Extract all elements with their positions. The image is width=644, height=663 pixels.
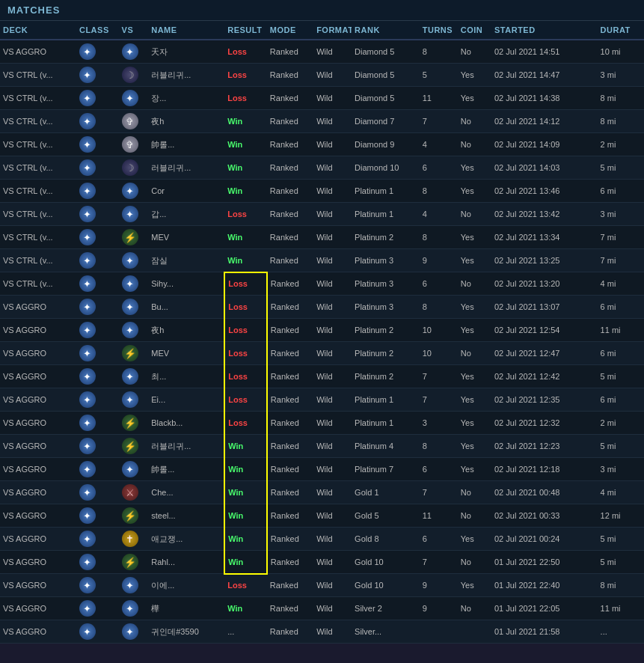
cell-started: 02 Jul 2021 12:54 [491, 319, 598, 342]
cell-durat: 6 mi [598, 180, 644, 203]
cell-class: ✦ [76, 156, 119, 180]
cell-result: Win [224, 435, 267, 458]
col-header-started[interactable]: STARTED [491, 21, 598, 40]
cell-class: ✦ [76, 504, 119, 528]
cell-durat: 2 mi [598, 133, 644, 156]
cell-vs: ✝ [119, 528, 149, 551]
cell-mode: Ranked [267, 412, 313, 435]
cell-class: ✦ [76, 597, 119, 620]
table-row[interactable]: VS AGGRO✦⚡MEVLossRankedWildPlatinum 210N… [0, 342, 644, 365]
cell-name: 이에... [148, 574, 224, 597]
cell-durat: 5 mi [598, 365, 644, 388]
cell-started: 02 Jul 2021 12:23 [491, 435, 598, 458]
col-header-rank[interactable]: RANK [352, 21, 420, 40]
col-header-class[interactable]: CLASS [76, 21, 119, 40]
cell-name: 夜h [148, 110, 224, 133]
table-row[interactable]: VS AGGRO✦✝애교쟁...WinRankedWildGold 86Yes0… [0, 528, 644, 551]
mage-icon: ✦ [79, 623, 96, 640]
table-row[interactable]: VS CTRL (v...✦✦장...LossRankedWildDiamond… [0, 87, 644, 110]
col-header-mode[interactable]: MODE [267, 21, 313, 40]
cell-rank: Platinum 1 [352, 180, 420, 203]
table-row[interactable]: VS AGGRO✦✦天자LossRankedWildDiamond 58No02… [0, 40, 644, 64]
cell-deck: VS AGGRO [0, 40, 76, 64]
table-row[interactable]: VS AGGRO✦✦樺WinRankedWildSilver 29No01 Ju… [0, 597, 644, 620]
cell-result: Loss [224, 64, 267, 87]
cell-turns: 9 [420, 574, 458, 597]
cell-result: Win [224, 133, 267, 156]
cell-mode: Ranked [267, 87, 313, 110]
cell-rank: Platinum 4 [352, 435, 420, 458]
cell-mode: Ranked [267, 435, 313, 458]
cell-name: 러블리귀... [148, 435, 224, 458]
cell-format: Wild [313, 435, 352, 458]
cell-rank: Diamond 5 [352, 40, 420, 64]
table-row[interactable]: VS CTRL (v...✦✦CorWinRankedWildPlatinum … [0, 180, 644, 203]
table-row[interactable]: VS CTRL (v...✦✞帥롤...WinRankedWildDiamond… [0, 133, 644, 156]
mage-icon: ✦ [79, 299, 96, 315]
col-header-vs[interactable]: VS [119, 21, 149, 40]
table-row[interactable]: VS AGGRO✦✦Ei...LossRankedWildPlatinum 17… [0, 388, 644, 412]
cell-class: ✦ [76, 87, 119, 110]
table-row[interactable]: VS AGGRO✦✦帥롤...WinRankedWildPlatinum 76Y… [0, 458, 644, 481]
table-row[interactable]: VS AGGRO✦✦귀인데#3590...RankedWildSilver...… [0, 620, 644, 644]
table-row[interactable]: VS CTRL (v...✦✦갑...LossRankedWildPlatinu… [0, 203, 644, 226]
table-row[interactable]: VS CTRL (v...✦☽러블리귀...LossRankedWildDiam… [0, 64, 644, 87]
cell-vs: ✦ [119, 458, 149, 481]
table-row[interactable]: VS AGGRO✦⚡steel...WinRankedWildGold 511N… [0, 504, 644, 528]
cell-format: Wild [313, 133, 352, 156]
cell-vs: ✦ [119, 272, 149, 296]
cell-mode: Ranked [267, 296, 313, 319]
col-header-name[interactable]: NAME [148, 21, 224, 40]
demonhunter-icon: ⚡ [122, 345, 138, 361]
mage-icon: ✦ [79, 577, 96, 593]
col-header-format[interactable]: FORMAT [313, 21, 352, 40]
cell-result: Loss [224, 342, 267, 365]
table-row[interactable]: VS CTRL (v...✦☽러블리귀...WinRankedWildDiamo… [0, 156, 644, 180]
col-header-result[interactable]: RESULT [224, 21, 267, 40]
table-row[interactable]: VS AGGRO✦⚡Rahl...WinRankedWildGold 107No… [0, 551, 644, 574]
table-row[interactable]: VS CTRL (v...✦✞夜hWinRankedWildDiamond 77… [0, 110, 644, 133]
cell-name: 夜h [148, 319, 224, 342]
cell-turns: 9 [420, 597, 458, 620]
cell-durat: 5 mi [598, 156, 644, 180]
cell-deck: VS AGGRO [0, 342, 76, 365]
col-header-deck[interactable]: DECK [0, 21, 76, 40]
cell-class: ✦ [76, 620, 119, 644]
cell-format: Wild [313, 481, 352, 504]
table-row[interactable]: VS AGGRO✦✦夜hLossRankedWildPlatinum 210Ye… [0, 319, 644, 342]
matches-table-container[interactable]: DECK CLASS VS NAME RESULT MODE FORMAT RA… [0, 21, 644, 644]
table-row[interactable]: VS CTRL (v...✦✦잠실WinRankedWildPlatinum 3… [0, 249, 644, 272]
demonhunter-icon: ⚡ [122, 507, 138, 524]
cell-coin: Yes [458, 458, 491, 481]
cell-turns: 4 [420, 133, 458, 156]
cell-class: ✦ [76, 435, 119, 458]
col-header-durat[interactable]: DURAT [598, 21, 644, 40]
cell-format: Wild [313, 64, 352, 87]
cell-durat: 3 mi [598, 458, 644, 481]
cell-class: ✦ [76, 249, 119, 272]
cell-format: Wild [313, 365, 352, 388]
table-row[interactable]: VS AGGRO✦⚡Blackb...LossRankedWildPlatinu… [0, 412, 644, 435]
cell-started: 02 Jul 2021 14:12 [491, 110, 598, 133]
table-row[interactable]: VS AGGRO✦✦Bu...LossRankedWildPlatinum 38… [0, 296, 644, 319]
table-row[interactable]: VS AGGRO✦✦이에...LossRankedWildGold 109Yes… [0, 574, 644, 597]
table-row[interactable]: VS AGGRO✦✦최...LossRankedWildPlatinum 27Y… [0, 365, 644, 388]
mage-icon: ✦ [79, 252, 96, 269]
cell-rank: Platinum 2 [352, 365, 420, 388]
cell-deck: VS AGGRO [0, 481, 76, 504]
table-row[interactable]: VS AGGRO✦⚡러블리귀...WinRankedWildPlatinum 4… [0, 435, 644, 458]
table-row[interactable]: VS AGGRO✦⚔Che...WinRankedWildGold 17No02… [0, 481, 644, 504]
cell-class: ✦ [76, 481, 119, 504]
cell-coin: No [458, 203, 491, 226]
cell-durat: 8 mi [598, 574, 644, 597]
cell-name: 러블리귀... [148, 64, 224, 87]
table-row[interactable]: VS CTRL (v...✦✦Sihy...LossRankedWildPlat… [0, 272, 644, 296]
table-row[interactable]: VS CTRL (v...✦⚡MEVWinRankedWildPlatinum … [0, 226, 644, 249]
cell-mode: Ranked [267, 597, 313, 620]
col-header-coin[interactable]: COIN [458, 21, 491, 40]
col-header-turns[interactable]: TURNS [420, 21, 458, 40]
cell-started: 02 Jul 2021 12:32 [491, 412, 598, 435]
cell-rank: Platinum 1 [352, 412, 420, 435]
cell-mode: Ranked [267, 64, 313, 87]
cell-name: Blackb... [148, 412, 224, 435]
